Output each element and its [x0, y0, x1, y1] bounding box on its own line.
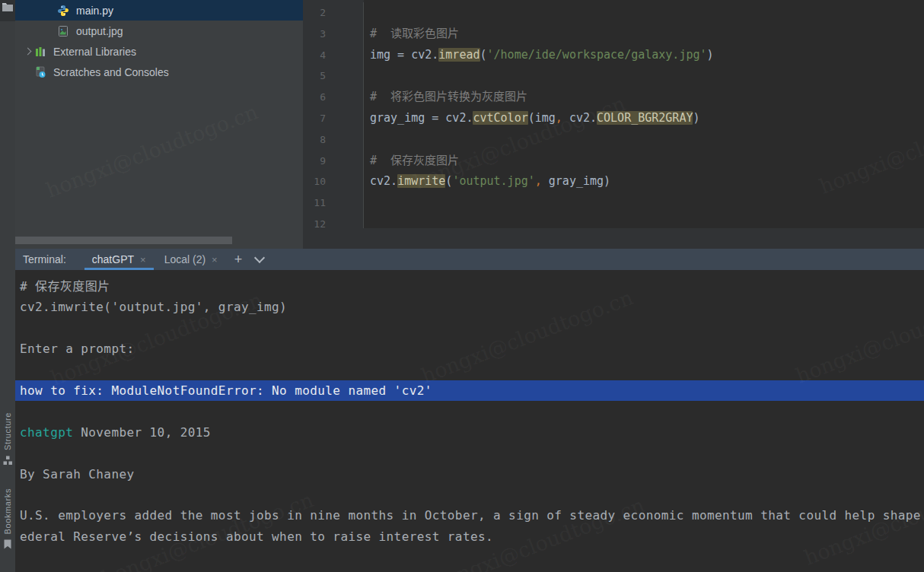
code-line: 3# 读取彩色图片	[303, 24, 924, 45]
code-text: # 读取彩色图片	[364, 24, 459, 45]
line-number[interactable]: 9	[303, 151, 326, 172]
line-number[interactable]: 6	[303, 87, 326, 108]
terminal-line: cv2.imwrite('output.jpg', gray_img)	[15, 297, 924, 317]
code-text: # 将彩色图片转换为灰度图片	[364, 87, 527, 108]
code-segment: ,	[556, 111, 562, 125]
folder-icon	[2, 2, 14, 21]
terminal-tabs: chatGPT×Local (2)×	[83, 249, 227, 270]
line-number[interactable]: 5	[303, 65, 326, 87]
line-number[interactable]: 2	[303, 2, 326, 24]
code-segment: '/home/ide/workspace/galaxy.jpg'	[487, 48, 707, 62]
line-number[interactable]: 7	[303, 108, 326, 129]
line-number[interactable]: 10	[303, 171, 326, 192]
gutter	[326, 171, 364, 192]
code-text: # 保存灰度图片	[364, 151, 459, 172]
terminal-line: Enter a prompt:	[15, 338, 924, 359]
code-segment: # 将彩色图片转换为灰度图片	[370, 90, 527, 103]
close-icon[interactable]: ×	[140, 255, 146, 265]
code-text	[364, 2, 370, 24]
terminal-tab-bar: Terminal: chatGPT×Local (2)× +	[15, 249, 924, 270]
terminal-segment: November 10, 2015	[73, 425, 211, 440]
code-segment: )	[693, 111, 699, 125]
structure-label: Structure	[3, 412, 12, 450]
tree-item-label: output.jpg	[76, 25, 123, 37]
code-text: cv2.imwrite('output.jpg', gray_img)	[364, 171, 610, 192]
close-icon[interactable]: ×	[212, 255, 218, 265]
tab-label: chatGPT	[92, 253, 134, 265]
tree-item-external-libraries[interactable]: External Libraries	[15, 41, 303, 62]
terminal-segment: U.S. employers added the most jobs in ni…	[20, 508, 921, 523]
code-segment: cvtColor	[473, 111, 527, 125]
code-line: 5	[303, 65, 924, 87]
gutter	[326, 87, 364, 108]
code-segment: ,	[535, 174, 542, 188]
gutter	[326, 151, 364, 172]
code-line: 11	[303, 192, 924, 214]
bookmark-icon	[3, 539, 12, 551]
structure-tool-button[interactable]: Structure	[3, 412, 13, 467]
code-text: gray_img = cv2.cvtColor(img, cv2.COLOR_B…	[364, 108, 700, 129]
code-segment: # 读取彩色图片	[370, 27, 459, 40]
code-line: 12	[303, 214, 924, 228]
left-tool-stripe: Structure Bookmarks	[0, 0, 16, 572]
bookmarks-tool-button[interactable]: Bookmarks	[3, 488, 12, 551]
gutter	[326, 108, 364, 129]
terminal-title: Terminal:	[23, 253, 66, 265]
terminal-tab-local-2[interactable]: Local (2)×	[155, 249, 227, 270]
libraries-icon	[34, 46, 46, 58]
code-segment: img = cv2.	[370, 48, 438, 62]
line-number[interactable]: 11	[303, 192, 326, 214]
scratches-icon	[34, 66, 46, 78]
gutter	[326, 214, 364, 228]
terminal-output[interactable]: # 保存灰度图片cv2.imwrite('output.jpg', gray_i…	[15, 270, 924, 572]
code-line: 7gray_img = cv2.cvtColor(img, cv2.COLOR_…	[303, 108, 924, 129]
line-number[interactable]: 3	[303, 24, 326, 45]
terminal-line: By Sarah Chaney	[15, 464, 924, 485]
terminal-segment: chatgpt	[20, 425, 73, 440]
terminal-segment: # 保存灰度图片	[20, 279, 110, 294]
line-number[interactable]: 8	[303, 129, 326, 151]
image-file-icon	[57, 25, 69, 37]
terminal-segment: Enter a prompt:	[20, 342, 135, 356]
code-segment: (img	[528, 111, 556, 125]
terminal-selected-line: how to fix: ModuleNotFoundError: No modu…	[15, 380, 924, 401]
terminal-segment: ederal Reserve’s decisions about when to…	[20, 529, 493, 544]
code-segment: # 保存灰度图片	[370, 154, 459, 167]
gutter	[326, 24, 364, 45]
line-number[interactable]: 4	[303, 45, 326, 66]
line-number[interactable]: 12	[303, 214, 326, 228]
plus-icon[interactable]: +	[234, 253, 243, 266]
bookmarks-label: Bookmarks	[3, 488, 12, 534]
python-file-icon	[57, 5, 69, 17]
terminal-line	[15, 485, 924, 505]
code-text: img = cv2.imread('/home/ide/workspace/ga…	[364, 45, 714, 66]
code-text	[364, 65, 370, 87]
terminal-line	[15, 401, 924, 421]
code-line: 4img = cv2.imread('/home/ide/workspace/g…	[303, 45, 924, 66]
code-segment: gray_img = cv2.	[370, 111, 473, 125]
code-segment: imwrite	[397, 174, 445, 188]
terminal-tab-chatgpt[interactable]: chatGPT×	[83, 249, 155, 270]
code-editor[interactable]: 23# 读取彩色图片4img = cv2.imread('/home/ide/w…	[303, 0, 924, 228]
code-segment: 'output.jpg'	[452, 174, 534, 188]
tree-item-main-py[interactable]: main.py	[15, 0, 303, 21]
tree-item-scratches-and-consoles[interactable]: Scratches and Consoles	[15, 62, 303, 82]
gutter	[326, 65, 364, 87]
tree-item-label: External Libraries	[53, 46, 136, 58]
tree-item-output-jpg[interactable]: output.jpg	[15, 21, 303, 41]
terminal-line	[15, 443, 924, 463]
chevron-right-icon[interactable]	[21, 49, 34, 54]
code-segment: COLOR_BGR2GRAY	[597, 111, 693, 125]
ide-window: Structure Bookmarks main.pyoutput.jpgExt…	[0, 0, 924, 572]
project-horizontal-scrollbar[interactable]	[15, 237, 232, 244]
code-segment: cv2.	[370, 174, 397, 188]
code-text	[364, 214, 370, 228]
terminal-line	[15, 318, 924, 338]
tab-label: Local (2)	[164, 253, 206, 265]
chevron-down-icon[interactable]	[254, 253, 265, 263]
terminal-line	[15, 360, 924, 380]
code-segment: gray_img)	[542, 174, 610, 188]
gutter	[326, 129, 364, 151]
project-tool-button[interactable]	[0, 0, 15, 21]
tree-item-label: main.py	[76, 5, 113, 17]
